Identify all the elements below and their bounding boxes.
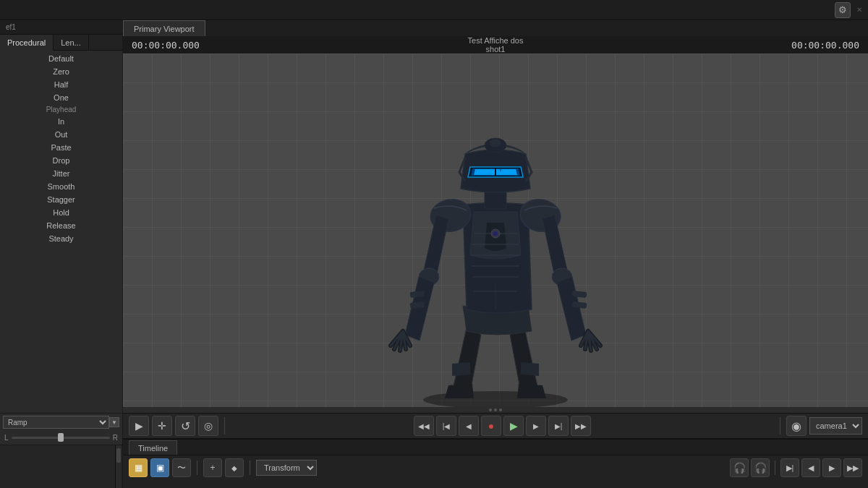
- tl-next-icon: ▶: [829, 463, 835, 473]
- timeline-btn-curve[interactable]: ▣: [150, 458, 169, 477]
- timecode-bar: 00:00:00.000 Test Affiche dos shot1 00:0…: [123, 36, 868, 53]
- menu-item-drop[interactable]: Drop: [0, 154, 122, 167]
- top-bar: ⚙ ✕: [0, 0, 868, 20]
- timecode-right: 00:00:00.000: [791, 40, 859, 51]
- next-key-icon: ▶: [533, 422, 539, 430]
- slider-left-label: L: [4, 434, 9, 442]
- timeline-btn-wave[interactable]: 〜: [172, 458, 191, 477]
- tab-procedural[interactable]: Procedural: [0, 35, 54, 51]
- move-icon: ✛: [158, 420, 166, 432]
- transform-dropdown[interactable]: Transform: [256, 460, 317, 476]
- tl-sep1: [197, 461, 197, 475]
- camera-settings-button[interactable]: ◉: [786, 416, 807, 436]
- add-icon: +: [210, 463, 215, 473]
- gear-button[interactable]: ⚙: [835, 2, 851, 18]
- rewind-button[interactable]: ◀◀: [414, 416, 434, 436]
- timeline-headphones-btn[interactable]: 🎧: [730, 458, 749, 477]
- timeline-tab[interactable]: Timeline: [129, 440, 177, 455]
- audio-icon: 🎧: [754, 462, 767, 474]
- lr-slider-row: L R: [0, 431, 122, 445]
- key-icon: ◆: [231, 464, 237, 472]
- viewport-tab-bar: Primary Viewport: [123, 20, 868, 36]
- right-section: Primary Viewport 00:00:00.000 Test Affic…: [123, 20, 868, 488]
- ffwd-button[interactable]: ▶▶: [571, 416, 591, 436]
- rotate-tool-button[interactable]: ↺: [175, 416, 195, 436]
- timeline-next-btn[interactable]: ▶: [822, 458, 841, 477]
- menu-item-one[interactable]: One: [0, 91, 122, 104]
- next-frame-button[interactable]: ▶|: [548, 416, 569, 436]
- ffwd-icon: ▶▶: [575, 422, 587, 430]
- ramp-dropdown-row: Ramp ▼: [0, 413, 122, 431]
- camera-settings-icon: ◉: [791, 419, 801, 433]
- rewind-icon: ◀◀: [418, 422, 430, 430]
- timeline-audio-btn[interactable]: 🎧: [751, 458, 770, 477]
- scale-tool-button[interactable]: ◎: [198, 416, 218, 436]
- playback-controls: ◀◀ |◀ ◀ ● ▶ ▶: [231, 416, 774, 436]
- tl-sep2: [250, 461, 250, 475]
- select-tool-button[interactable]: ▶: [129, 416, 149, 436]
- record-button[interactable]: ●: [481, 416, 501, 436]
- viewport-tab[interactable]: Primary Viewport: [123, 20, 205, 36]
- menu-item-smooth[interactable]: Smooth: [0, 180, 122, 193]
- key-button[interactable]: ◆: [225, 458, 244, 477]
- dot1: [489, 408, 492, 411]
- slider-thumb[interactable]: [58, 433, 64, 442]
- menu-item-paste[interactable]: Paste: [0, 141, 122, 154]
- next-frame-icon: ▶|: [555, 422, 563, 430]
- viewport-title: Test Affiche dos shot1: [468, 36, 524, 53]
- ef-label: ef1: [3, 22, 19, 33]
- add-keyframe-button[interactable]: +: [203, 458, 222, 477]
- menu-section-playhead: Playhead: [0, 104, 122, 115]
- viewport-toolbar: ▶ ✛ ↺ ◎ ◀◀ |◀: [123, 413, 868, 439]
- menu-item-zero[interactable]: Zero: [0, 65, 122, 78]
- timecode-left: 00:00:00.000: [132, 40, 200, 51]
- timeline-toolbar: ▦ ▣ 〜 + ◆ Transform: [123, 455, 868, 480]
- menu-item-default[interactable]: Default: [0, 52, 122, 65]
- play-button[interactable]: ▶: [503, 416, 524, 436]
- camera-selector: ◉ camera1: [786, 416, 862, 436]
- timeline-skip-fwd-btn[interactable]: ▶▶: [843, 458, 862, 477]
- menu-item-out[interactable]: Out: [0, 128, 122, 141]
- menu-list: Default Zero Half One Playhead In Out Pa…: [0, 51, 122, 413]
- dot2: [494, 408, 497, 411]
- prev-frame-button[interactable]: |◀: [436, 416, 456, 436]
- three-dots: [123, 407, 868, 413]
- ramp-dropdown[interactable]: Ramp: [3, 416, 109, 429]
- play-icon: ▶: [510, 420, 518, 432]
- menu-item-release[interactable]: Release: [0, 219, 122, 232]
- robot-svg: [358, 60, 633, 407]
- tab-len[interactable]: Len...: [54, 35, 89, 51]
- robot-figure: [358, 60, 633, 407]
- timeline-btn-keyframe[interactable]: ▦: [129, 458, 148, 477]
- menu-item-in[interactable]: In: [0, 115, 122, 128]
- menu-item-hold[interactable]: Hold: [0, 206, 122, 219]
- menu-item-half[interactable]: Half: [0, 78, 122, 91]
- dropdown-arrow-icon[interactable]: ▼: [109, 417, 119, 427]
- menu-item-stagger[interactable]: Stagger: [0, 193, 122, 206]
- panel-tabs: Procedural Len...: [0, 35, 122, 51]
- timeline-area: Timeline ▦ ▣ 〜 + ◆: [123, 439, 868, 488]
- rotate-icon: ↺: [181, 419, 190, 433]
- viewport-container: Primary Viewport 00:00:00.000 Test Affic…: [123, 20, 868, 439]
- prev-key-button[interactable]: ◀: [459, 416, 479, 436]
- svg-point-0: [423, 391, 568, 407]
- skip-end-icon: ▶|: [786, 463, 794, 473]
- prev-key-icon: ◀: [466, 422, 472, 430]
- lr-slider[interactable]: [12, 437, 110, 439]
- curve-icon: ▣: [156, 463, 164, 473]
- menu-item-steady[interactable]: Steady: [0, 232, 122, 245]
- left-panel: ef1 Procedural Len... Default Zero Half …: [0, 20, 123, 488]
- gear-icon: ⚙: [838, 4, 847, 15]
- next-key-button[interactable]: ▶: [526, 416, 546, 436]
- headphones-icon: 🎧: [733, 462, 746, 474]
- scale-icon: ◎: [204, 420, 213, 432]
- timeline-prev-btn[interactable]: ◀: [801, 458, 820, 477]
- main-layout: ef1 Procedural Len... Default Zero Half …: [0, 20, 868, 488]
- menu-item-jitter[interactable]: Jitter: [0, 167, 122, 180]
- viewport-3d[interactable]: [123, 53, 868, 407]
- prev-frame-icon: |◀: [443, 422, 451, 430]
- move-tool-button[interactable]: ✛: [152, 416, 172, 436]
- timeline-skip-end-btn[interactable]: ▶|: [780, 458, 799, 477]
- camera-dropdown[interactable]: camera1: [809, 417, 862, 435]
- viewport-title-line1: Test Affiche dos: [468, 36, 524, 45]
